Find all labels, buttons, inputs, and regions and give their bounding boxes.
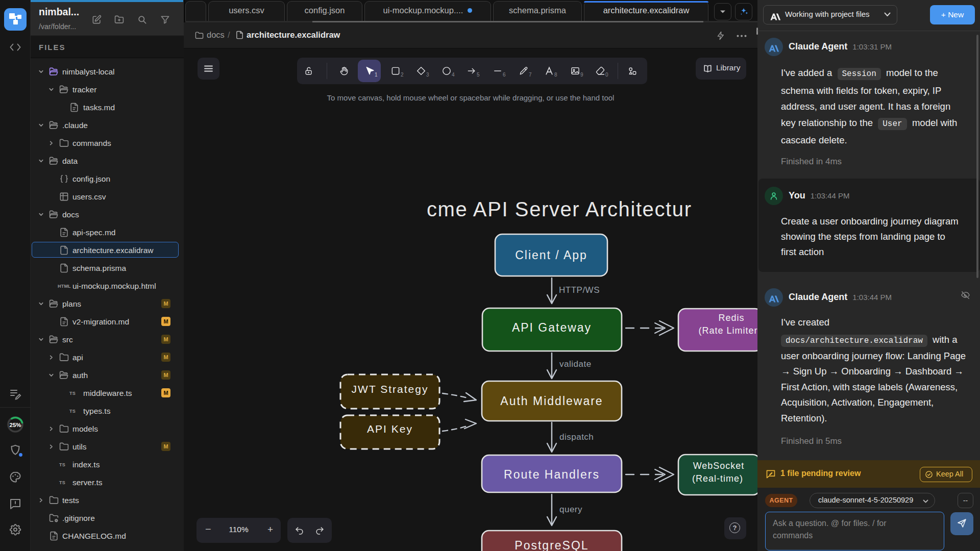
svg-text:query: query bbox=[559, 505, 582, 514]
svg-text:dispatch: dispatch bbox=[559, 432, 594, 442]
svg-text:API Key: API Key bbox=[367, 423, 413, 435]
svg-text:Redis: Redis bbox=[718, 313, 744, 323]
svg-text:WebSocket: WebSocket bbox=[693, 461, 745, 471]
svg-text:(Real-time): (Real-time) bbox=[692, 473, 743, 484]
svg-text:PostgreSQL: PostgreSQL bbox=[514, 539, 589, 551]
svg-text:JWT Strategy: JWT Strategy bbox=[352, 383, 429, 395]
svg-text:Client / App: Client / App bbox=[515, 248, 587, 262]
svg-text:validate: validate bbox=[559, 359, 592, 369]
svg-text:Auth Middleware: Auth Middleware bbox=[500, 394, 603, 408]
svg-text:Route Handlers: Route Handlers bbox=[504, 468, 600, 481]
svg-text:API Gateway: API Gateway bbox=[512, 321, 592, 334]
svg-text:(Rate Limiter): (Rate Limiter) bbox=[698, 325, 757, 336]
svg-text:cme API Server Architectur: cme API Server Architectur bbox=[427, 198, 692, 220]
svg-text:HTTP/WS: HTTP/WS bbox=[559, 285, 600, 295]
svg-text:25%: 25% bbox=[9, 422, 21, 428]
